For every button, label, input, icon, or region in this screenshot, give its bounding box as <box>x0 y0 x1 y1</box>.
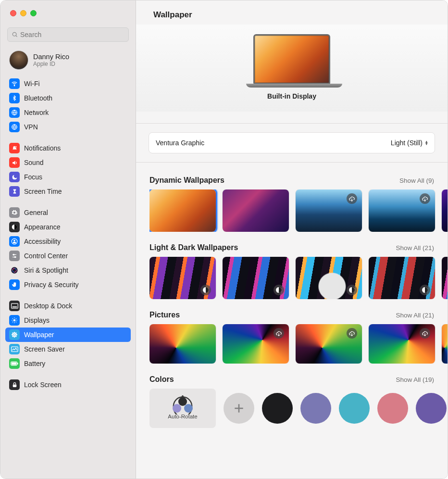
select-chevrons-icon: ▴▾ <box>425 140 428 145</box>
sidebar-item-displays[interactable]: Displays <box>5 313 131 328</box>
color-swatch-violet[interactable] <box>416 393 447 424</box>
wallpaper-thumb-catalina[interactable] <box>369 189 435 232</box>
wallpaper-thumb-ventura-dark[interactable] <box>223 189 289 232</box>
flower-icon <box>9 329 20 340</box>
hourglass-icon <box>9 186 20 197</box>
svg-point-0 <box>12 32 16 36</box>
show-all-lightdark[interactable]: Show All (21) <box>396 244 434 252</box>
wallpaper-thumb-spectrum1[interactable] <box>149 257 216 299</box>
auto-rotate-icon <box>172 397 194 412</box>
wallpaper-thumb-monterey <box>442 189 448 232</box>
sidebar-item-screensaver[interactable]: Screen Saver <box>5 342 131 356</box>
sidebar-item-label: Desktop & Dock <box>24 302 72 310</box>
hand-icon <box>9 279 20 290</box>
svg-point-10 <box>13 254 14 255</box>
color-swatch-slate[interactable] <box>300 393 331 424</box>
color-swatch-black[interactable] <box>262 393 293 424</box>
wallpaper-thumb-flow5 <box>442 324 448 364</box>
wallpaper-scroll[interactable]: Dynamic Wallpapers Show All (9) Light & … <box>136 163 448 479</box>
page-header: Wallpaper <box>136 0 448 25</box>
speaker-icon <box>9 157 20 168</box>
page-title: Wallpaper <box>153 10 435 20</box>
sidebar-item-sound[interactable]: Sound <box>5 155 131 170</box>
dock-icon <box>9 301 20 311</box>
sidebar-item-label: General <box>24 209 48 216</box>
svg-rect-36 <box>11 347 18 352</box>
svg-point-29 <box>14 336 15 338</box>
preview-screen <box>253 34 330 84</box>
sidebar-item-label: Battery <box>24 360 45 367</box>
window-titlebar <box>0 0 37 25</box>
wallpaper-thumb-flow1[interactable] <box>149 324 216 364</box>
svg-rect-16 <box>11 303 18 308</box>
download-cloud-icon <box>347 193 357 204</box>
sidebar-item-notifications[interactable]: Notifications <box>5 141 131 155</box>
wallpaper-thumb-ventura-light[interactable] <box>149 189 216 232</box>
moon-icon <box>9 172 20 182</box>
sidebar-item-screentime[interactable]: Screen Time <box>5 184 131 199</box>
sidebar-item-desktopdock[interactable]: Desktop & Dock <box>5 299 131 313</box>
contrast-icon <box>9 222 20 232</box>
svg-point-27 <box>13 334 15 336</box>
sidebar-item-network[interactable]: Network <box>5 105 131 120</box>
wallpaper-thumb-spectrum5 <box>442 257 448 299</box>
switches-icon <box>9 251 20 261</box>
wallpaper-mode-select[interactable]: Light (Still) ▴▾ <box>391 139 428 147</box>
color-swatch-teal[interactable] <box>339 393 370 424</box>
sidebar-item-label: Screen Time <box>24 188 62 195</box>
show-all-pictures[interactable]: Show All (21) <box>396 312 434 319</box>
sidebar-item-label: Notifications <box>24 144 61 152</box>
wallpaper-thumb-flow4[interactable] <box>369 324 435 364</box>
sidebar-item-siri[interactable]: Siri & Spotlight <box>5 263 131 277</box>
sidebar-item-label: Network <box>24 109 49 116</box>
svg-point-31 <box>15 334 17 336</box>
settings-window: Danny Rico Apple ID Wi-FiBluetoothNetwor… <box>0 0 448 479</box>
sidebar-item-controlcenter[interactable]: Control Center <box>5 249 131 263</box>
wallpaper-thumb-flow3[interactable] <box>296 324 362 364</box>
sidebar: Danny Rico Apple ID Wi-FiBluetoothNetwor… <box>0 0 136 479</box>
color-swatch-rose[interactable] <box>377 393 408 424</box>
apple-id-account[interactable]: Danny Rico Apple ID <box>0 48 136 76</box>
svg-point-18 <box>13 319 16 322</box>
display-label: Built-in Display <box>267 92 316 100</box>
wallpaper-thumb-spectrum4[interactable] <box>369 257 435 299</box>
wallpaper-thumb-spectrum3[interactable] <box>296 257 362 299</box>
laptop-preview <box>246 34 337 88</box>
light-dark-icon <box>420 285 430 295</box>
download-cloud-icon <box>420 193 430 204</box>
svg-line-25 <box>16 318 16 319</box>
zoom-window-button[interactable] <box>30 10 37 16</box>
wallpaper-thumb-flow2[interactable] <box>223 324 289 364</box>
svg-point-30 <box>12 334 13 336</box>
sidebar-item-general[interactable]: General <box>5 205 131 220</box>
sidebar-item-battery[interactable]: Battery <box>5 356 131 371</box>
sidebar-item-label: Screen Saver <box>24 345 65 353</box>
svg-rect-38 <box>12 363 16 365</box>
svg-line-26 <box>12 322 13 322</box>
sidebar-item-privacy[interactable]: Privacy & Security <box>5 277 131 292</box>
section-title: Light & Dark Wallpapers <box>149 243 238 252</box>
sidebar-item-vpn[interactable]: VPN <box>5 120 131 134</box>
sidebar-item-appearance[interactable]: Appearance <box>5 220 131 234</box>
add-color-button[interactable] <box>224 393 254 424</box>
svg-line-1 <box>16 36 17 37</box>
sidebar-item-wifi[interactable]: Wi-Fi <box>5 76 131 91</box>
svg-line-23 <box>12 318 13 319</box>
minimize-window-button[interactable] <box>20 10 26 16</box>
wallpaper-thumb-spectrum2[interactable] <box>223 257 289 299</box>
search-input[interactable] <box>20 31 124 38</box>
show-all-dynamic[interactable]: Show All (9) <box>399 177 434 184</box>
close-window-button[interactable] <box>10 10 16 16</box>
bell-icon <box>9 143 20 153</box>
sidebar-item-lockscreen[interactable]: Lock Screen <box>5 378 131 392</box>
auto-rotate-tile[interactable]: Auto-Rotate <box>149 389 216 428</box>
section-colors: Colors Show All (19) Auto-Rotate <box>149 375 448 438</box>
show-all-colors[interactable]: Show All (19) <box>396 376 434 383</box>
sidebar-item-focus[interactable]: Focus <box>5 170 131 184</box>
wallpaper-thumb-bigsur[interactable] <box>296 189 362 232</box>
search-field[interactable] <box>7 27 129 42</box>
sidebar-item-bluetooth[interactable]: Bluetooth <box>5 91 131 105</box>
laptop-base <box>246 84 342 88</box>
sidebar-item-wallpaper[interactable]: Wallpaper <box>5 328 131 342</box>
sidebar-item-accessibility[interactable]: Accessibility <box>5 234 131 249</box>
